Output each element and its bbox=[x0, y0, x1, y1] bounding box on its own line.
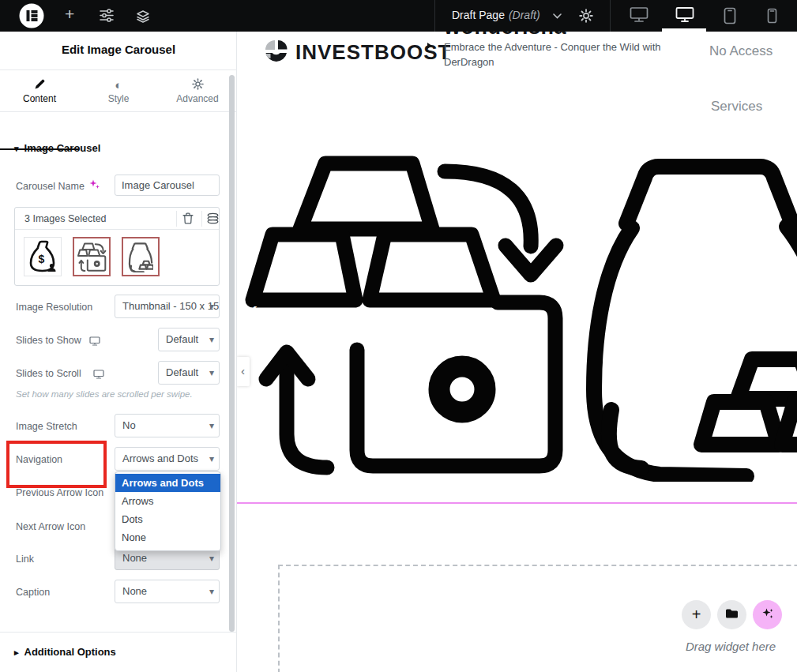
tab-content[interactable]: Content bbox=[0, 70, 79, 111]
tab-label: Style bbox=[79, 93, 158, 104]
carousel-name-label: Carousel Name bbox=[16, 181, 85, 192]
caption-select[interactable]: None ▾ bbox=[115, 580, 220, 603]
device-mobile-icon[interactable] bbox=[767, 8, 777, 27]
gear-icon bbox=[158, 78, 237, 92]
dropdown-option-dots[interactable]: Dots bbox=[115, 510, 220, 528]
top-bar: + Draft Page(Draft) bbox=[0, 0, 797, 32]
chevron-down-icon bbox=[553, 9, 562, 21]
divider bbox=[0, 632, 237, 633]
caret-down-icon: ▾ bbox=[209, 448, 214, 470]
ai-sparkle-icon[interactable] bbox=[89, 178, 100, 193]
select-value: Arrows and Dots bbox=[122, 452, 198, 464]
template-library-button[interactable] bbox=[717, 600, 746, 629]
divider bbox=[201, 211, 202, 227]
pencil-icon bbox=[0, 78, 79, 92]
caret-down-icon: ▾ bbox=[209, 328, 214, 351]
select-value: No bbox=[122, 419, 136, 431]
dropdown-option-arrows-and-dots[interactable]: Arrows and Dots bbox=[115, 474, 220, 492]
chevron-left-icon: ‹ bbox=[241, 364, 245, 377]
tab-label: Content bbox=[0, 93, 79, 104]
caret-down-icon: ▾ bbox=[209, 415, 214, 437]
image-resolution-label: Image Resolution bbox=[16, 302, 92, 313]
next-arrow-icon-label: Next Arrow Icon bbox=[16, 521, 85, 532]
select-value: None bbox=[122, 552, 147, 564]
panel-scrollbar[interactable] bbox=[229, 75, 235, 632]
dropdown-option-arrows[interactable]: Arrows bbox=[115, 492, 220, 510]
carousel-image-money-bag-icon bbox=[585, 138, 797, 482]
caret-right-icon: ▸ bbox=[14, 648, 19, 657]
elementor-logo-icon[interactable] bbox=[19, 3, 44, 28]
tab-advanced[interactable]: Advanced bbox=[158, 70, 237, 111]
gallery-control: 3 Images Selected bbox=[14, 207, 220, 286]
page-switcher[interactable]: Draft Page(Draft) bbox=[452, 9, 562, 21]
slides-to-scroll-select[interactable]: Default ▾ bbox=[158, 361, 220, 385]
drag-widget-hint: Drag widget here bbox=[664, 640, 797, 653]
topbar-divider bbox=[434, 0, 435, 32]
trash-icon[interactable] bbox=[182, 212, 194, 227]
site-settings-icon[interactable] bbox=[100, 9, 114, 25]
stack-icon[interactable] bbox=[207, 212, 219, 227]
responsive-monitor-icon[interactable] bbox=[93, 368, 104, 382]
caret-down-icon: ▾ bbox=[209, 362, 214, 384]
responsive-monitor-icon[interactable] bbox=[89, 335, 100, 349]
gallery-thumb-money-bag-gold-bars[interactable] bbox=[122, 237, 160, 276]
svg-text:$: $ bbox=[39, 253, 45, 265]
tagline-line-1: Embrace the Adventure - Conquer the Wild… bbox=[444, 39, 673, 54]
section-additional-options[interactable]: ▸Additional Options bbox=[14, 646, 116, 658]
carousel-prev-arrow[interactable]: ‹ bbox=[249, 297, 258, 321]
dropdown-option-none[interactable]: None bbox=[115, 528, 220, 546]
editor-panel: Edit Image Carousel Content ◐ Style bbox=[0, 32, 237, 672]
divider bbox=[0, 111, 237, 112]
caption-label: Caption bbox=[16, 587, 50, 598]
image-resolution-select[interactable]: Thumbnail - 150 x 15 ▾ bbox=[115, 295, 220, 318]
slider-prev-arrow[interactable]: ‹ bbox=[237, 357, 250, 386]
device-desktop-icon[interactable] bbox=[675, 6, 694, 27]
add-element-icon[interactable]: + bbox=[65, 5, 74, 24]
section-image-carousel[interactable]: ▾Image Carousel bbox=[14, 142, 100, 154]
carousel-image-gold-exchange-icon bbox=[237, 142, 569, 486]
add-section-button[interactable]: + bbox=[682, 600, 711, 629]
nav-item-services[interactable]: Services bbox=[711, 99, 762, 115]
previous-arrow-icon-label: Previous Arrow Icon bbox=[16, 487, 103, 498]
tab-label: Advanced bbox=[158, 93, 237, 104]
caret-down-icon: ▾ bbox=[209, 295, 214, 317]
marker-icon bbox=[427, 43, 432, 49]
device-tablet-icon[interactable] bbox=[724, 7, 736, 28]
carousel-name-input[interactable] bbox=[115, 175, 220, 196]
half-circle-icon: ◐ bbox=[79, 78, 158, 92]
navigation-select[interactable]: Arrows and Dots ▾ bbox=[115, 447, 220, 471]
divider bbox=[176, 211, 177, 227]
active-device-indicator bbox=[662, 28, 706, 32]
gallery-thumb-gold-bars-exchange[interactable] bbox=[73, 237, 111, 276]
navigation-dropdown-list: Arrows and Dots Arrows Dots None bbox=[115, 471, 221, 551]
select-value: None bbox=[122, 585, 147, 597]
section-title: Image Carousel bbox=[24, 142, 101, 154]
plus-icon: + bbox=[692, 606, 701, 624]
select-value: Thumbnail - 150 x 15 bbox=[122, 300, 219, 312]
gallery-thumb-money-bag-dollar[interactable]: $ bbox=[24, 237, 62, 276]
section-divider-line bbox=[237, 502, 797, 504]
ai-builder-button[interactable] bbox=[753, 600, 782, 629]
slides-to-show-select[interactable]: Default ▾ bbox=[158, 328, 220, 351]
device-widescreen-icon[interactable] bbox=[630, 6, 649, 27]
preview-canvas[interactable]: INVESTBOOST wonderisha Embrace the Adven… bbox=[237, 32, 797, 672]
page-settings-gear-icon[interactable] bbox=[579, 9, 593, 26]
nav-item-no-access[interactable]: No Access bbox=[709, 43, 773, 59]
select-value: Default bbox=[166, 366, 198, 378]
panel-tabs: Content ◐ Style bbox=[0, 70, 237, 111]
slides-help-text: Set how many slides are scrolled per swi… bbox=[16, 389, 193, 399]
image-stretch-select[interactable]: No ▾ bbox=[115, 414, 220, 437]
ai-sparkle-icon bbox=[761, 607, 774, 623]
clipped-heading: wonderisha bbox=[444, 32, 586, 38]
section-title: Additional Options bbox=[24, 646, 116, 658]
tab-style[interactable]: ◐ Style bbox=[79, 70, 158, 111]
tagline-line-2: DerDragon bbox=[444, 54, 673, 69]
folder-icon bbox=[725, 608, 739, 622]
investboost-logo-icon bbox=[264, 39, 288, 68]
structure-icon[interactable] bbox=[136, 9, 150, 26]
image-stretch-label: Image Stretch bbox=[16, 421, 77, 432]
link-label: Link bbox=[16, 554, 34, 565]
site-tagline: Embrace the Adventure - Conquer the Wild… bbox=[444, 39, 673, 69]
gallery-status: 3 Images Selected bbox=[24, 213, 107, 224]
slides-to-show-label: Slides to Show bbox=[16, 335, 81, 346]
